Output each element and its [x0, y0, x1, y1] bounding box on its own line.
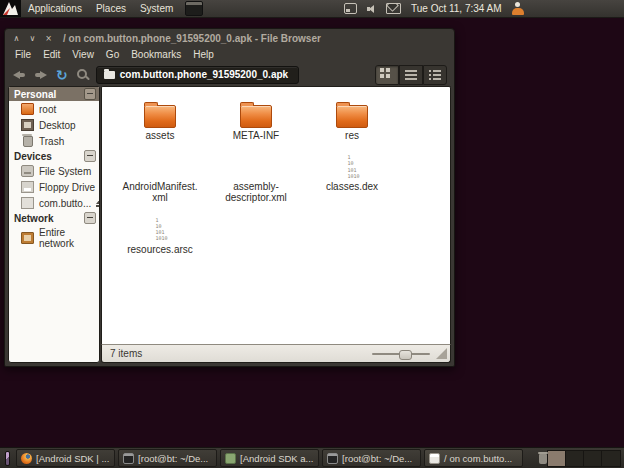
sidebar-item-icon — [21, 232, 34, 244]
sidebar-item[interactable]: com.butto... — [9, 195, 99, 211]
menubar-item[interactable]: File — [9, 49, 37, 60]
notification-indicator-icon[interactable] — [344, 3, 357, 14]
panel-indicators: Tue Oct 11, 7:34 AM — [344, 0, 524, 17]
backtrack-logo-icon[interactable] — [0, 0, 21, 17]
workspace-cell[interactable] — [584, 451, 602, 466]
zoom-slider-track[interactable] — [372, 353, 430, 355]
sidebar-item[interactable]: File System — [9, 163, 99, 179]
folder-icon — [104, 71, 115, 79]
resize-grip[interactable] — [436, 348, 447, 359]
sidebar-item[interactable]: root — [9, 101, 99, 117]
menubar-item[interactable]: Edit — [37, 49, 66, 60]
workspace-cell[interactable] — [566, 451, 584, 466]
task-button[interactable]: / on com.butto... — [424, 449, 523, 467]
workspace-cell[interactable] — [548, 451, 566, 466]
file-icon: 1 10 101 1010 — [152, 215, 167, 242]
search-icon[interactable] — [76, 68, 90, 82]
task-button-icon — [21, 453, 32, 464]
statusbar: 7 items — [101, 344, 451, 363]
file-icon-wrap — [240, 97, 272, 128]
file-icon-wrap — [336, 97, 368, 128]
sidebar-section-items: root Desktop T — [9, 101, 99, 149]
trash-icon[interactable] — [538, 452, 540, 464]
file-item[interactable]: META-INF — [208, 97, 304, 141]
task-button-label: [root@bt: ~/De... — [342, 453, 412, 464]
collapse-icon[interactable] — [84, 212, 96, 224]
forward-button[interactable] — [33, 69, 48, 81]
terminal-launcher-icon[interactable] — [185, 1, 203, 16]
panel-menu[interactable]: Places — [89, 0, 133, 17]
task-button-label: [Android SDK | ... — [36, 453, 109, 464]
compact-view-button[interactable] — [423, 65, 447, 85]
sidebar-item-label: Floppy Drive — [39, 182, 95, 193]
file-icon-wrap — [144, 97, 176, 128]
file-item[interactable]: assets — [112, 97, 208, 141]
sidebar-section-label: Devices — [14, 151, 52, 162]
list-view-button[interactable] — [399, 65, 423, 85]
file-icon — [240, 105, 272, 128]
task-button[interactable]: [root@bt: ~/De... — [322, 449, 421, 467]
task-buttons: [Android SDK | ... [root@bt: ~/De... [An… — [16, 449, 523, 467]
clock[interactable]: Tue Oct 11, 7:34 AM — [411, 3, 502, 14]
panel-menu[interactable]: Applications — [21, 0, 89, 17]
panel-menus: Applications Places System — [21, 0, 180, 17]
back-button[interactable] — [12, 69, 27, 81]
file-icon — [336, 105, 368, 128]
zoom-slider-knob[interactable] — [399, 350, 412, 360]
file-item[interactable]: AndroidManifest. xml — [112, 148, 208, 203]
menubar-item[interactable]: Help — [187, 49, 220, 60]
sidebar-section-header[interactable]: Network — [9, 211, 99, 225]
menubar-item[interactable]: Bookmarks — [125, 49, 187, 60]
sidebar-item-label: com.butto... — [39, 198, 91, 209]
sidebar-item[interactable]: Entire network — [9, 225, 99, 251]
file-view[interactable]: assets META-INF — [101, 86, 451, 346]
task-button[interactable]: [Android SDK | ... — [16, 449, 115, 467]
task-button[interactable]: [root@bt: ~/De... — [118, 449, 217, 467]
workspace-cell[interactable] — [602, 451, 620, 466]
view-toggle-group — [375, 65, 447, 85]
workspace-switcher — [547, 450, 621, 467]
sidebar-item-icon — [21, 119, 34, 131]
zoom-slider[interactable] — [372, 348, 447, 359]
collapse-icon[interactable] — [84, 88, 96, 100]
compact-view-icon — [429, 70, 441, 80]
sidebar-item-icon — [21, 181, 34, 193]
panel-menu[interactable]: System — [133, 0, 180, 17]
sidebar-item-label: Trash — [39, 136, 64, 147]
collapse-icon[interactable] — [84, 150, 96, 162]
sidebar-section: Devices File System — [9, 149, 99, 211]
sidebar-item-icon — [21, 103, 34, 115]
minimize-button[interactable]: ∨ — [25, 33, 40, 44]
file-label: AndroidManifest. xml — [122, 181, 197, 203]
sidebar-section-header[interactable]: Devices — [9, 149, 99, 163]
sidebar-item[interactable]: Floppy Drive — [9, 179, 99, 195]
shade-button[interactable]: ∧ — [9, 33, 24, 44]
file-item[interactable]: res — [304, 97, 400, 141]
task-button[interactable]: [Android SDK a... — [220, 449, 319, 467]
sidebar-section-header[interactable]: Personal — [9, 87, 99, 101]
location-button[interactable]: com.button.phone_91595200_0.apk — [96, 66, 299, 84]
sidebar-item-label: File System — [39, 166, 91, 177]
show-desktop-button[interactable] — [5, 451, 10, 466]
file-item[interactable]: 1 10 101 1010 resources.arsc — [112, 211, 208, 255]
sidebar-item-label: Desktop — [39, 120, 76, 131]
user-session-icon[interactable] — [512, 2, 524, 15]
menubar-item[interactable]: Go — [100, 49, 125, 60]
icon-view-button[interactable] — [375, 65, 399, 85]
refresh-button[interactable]: ↻ — [56, 68, 68, 82]
file-item[interactable]: 1 10 101 1010 classes.dex — [304, 148, 400, 203]
sidebar-item[interactable]: Trash — [9, 133, 99, 149]
binary-glyph-lines: 1 10 101 1010 — [152, 215, 167, 242]
sidebar-section-label: Network — [14, 213, 53, 224]
task-button-icon — [225, 453, 236, 464]
close-button[interactable]: × — [41, 33, 56, 44]
volume-icon[interactable] — [367, 4, 376, 13]
messages-icon[interactable] — [386, 3, 401, 14]
titlebar[interactable]: ∧ ∨ × / on com.button.phone_91595200_0.a… — [5, 29, 454, 46]
menubar-item[interactable]: View — [66, 49, 100, 60]
sidebar-item[interactable]: Desktop — [9, 117, 99, 133]
file-icon: 1 10 101 1010 — [344, 152, 359, 179]
file-item[interactable]: assembly- descriptor.xml — [208, 148, 304, 203]
files-grid: assets META-INF — [112, 97, 450, 255]
sidebar-section: Personal root — [9, 87, 99, 149]
